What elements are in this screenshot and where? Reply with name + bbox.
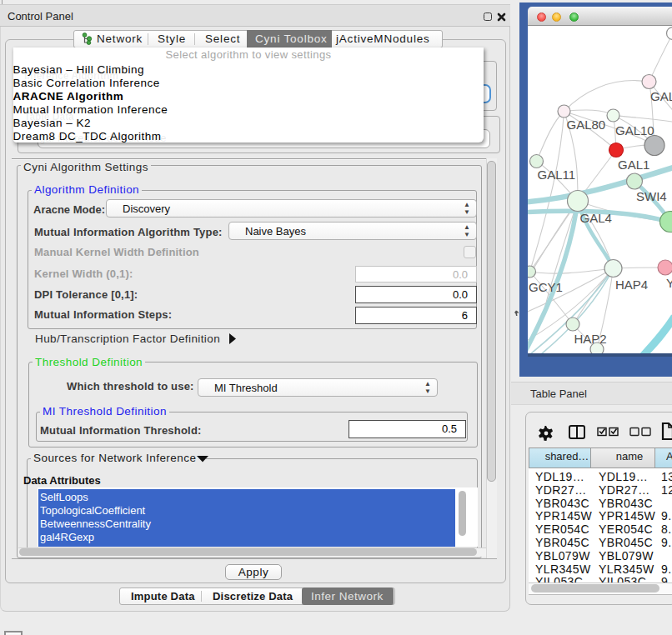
- svg-text:GAL80: GAL80: [567, 118, 606, 132]
- svg-text:HAP4: HAP4: [615, 278, 648, 292]
- svg-text:GAL10: GAL10: [615, 123, 654, 138]
- svg-text:GAL11: GAL11: [538, 168, 576, 182]
- svg-text:GAL4: GAL4: [580, 211, 612, 225]
- svg-text:SWI4: SWI4: [636, 189, 667, 203]
- svg-text:GAL7: GAL7: [650, 89, 672, 103]
- svg-text:GCY1: GCY1: [529, 280, 563, 294]
- svg-text:GAL1: GAL1: [618, 158, 649, 172]
- svg-text:HAP2: HAP2: [574, 332, 607, 346]
- svg-text:Y: Y: [666, 276, 672, 290]
